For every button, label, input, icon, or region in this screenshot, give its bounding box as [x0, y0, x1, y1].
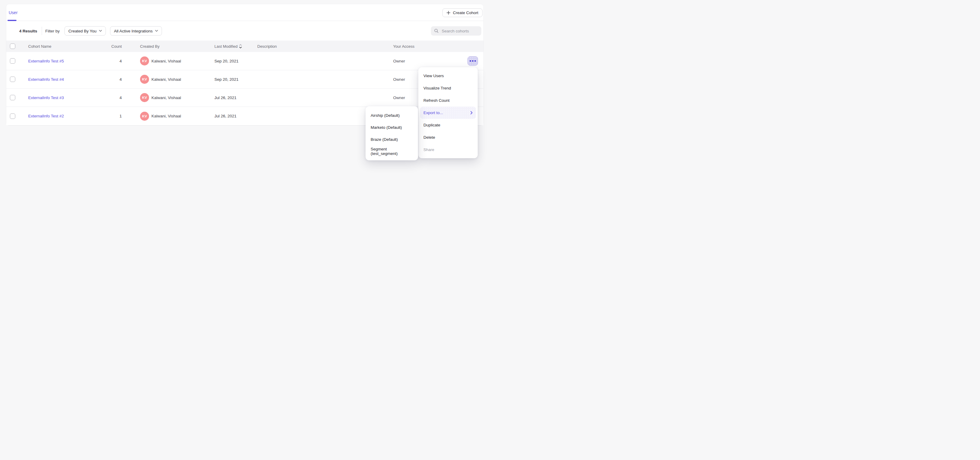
cohort-count: 4: [96, 89, 122, 107]
creator-name: Kalwani, Vishaal: [151, 52, 181, 70]
creator-name: Kalwani, Vishaal: [151, 107, 181, 125]
tab-user[interactable]: User: [6, 4, 20, 21]
cohort-name-link[interactable]: ExternalInfo Test #4: [28, 77, 64, 81]
creator-name: Kalwani, Vishaal: [151, 89, 181, 107]
search-input[interactable]: [441, 28, 478, 34]
creator-name: Kalwani, Vishaal: [151, 70, 181, 88]
submenu-item-segment[interactable]: Segment (test_segment): [366, 145, 418, 157]
column-header-created-by: Created By: [140, 40, 159, 52]
row-actions-button[interactable]: [468, 56, 478, 66]
column-header-description: Description: [257, 40, 277, 52]
row-checkbox[interactable]: [10, 58, 15, 64]
last-modified-date: Sep 20, 2021: [215, 52, 239, 70]
table-header: Cohort Name Count Created By Last Modifi…: [6, 40, 484, 52]
menu-item-view-users[interactable]: View Users: [418, 70, 478, 82]
create-cohort-button[interactable]: Create Cohort: [442, 8, 482, 17]
menu-item-refresh-count[interactable]: Refresh Count: [418, 94, 478, 107]
menu-item-delete[interactable]: Delete: [418, 131, 478, 144]
chevron-down-icon: [99, 30, 102, 32]
table-row[interactable]: ExternalInfo Test #3 4 KV Kalwani, Visha…: [6, 89, 484, 107]
cohort-name-link[interactable]: ExternalInfo Test #5: [28, 59, 64, 63]
row-checkbox[interactable]: [10, 77, 15, 82]
submenu-item-braze[interactable]: Braze (Default): [366, 133, 418, 145]
plus-icon: [447, 11, 450, 15]
filter-by-label: Filter by: [45, 29, 60, 33]
results-count: 4 Results: [19, 29, 37, 33]
access-level: Owner: [393, 70, 405, 88]
column-header-count: Count: [96, 40, 122, 52]
integrations-filter-dropdown[interactable]: All Active Integrations: [110, 26, 162, 35]
last-modified-date: Jul 26, 2021: [215, 89, 237, 107]
avatar: KV: [140, 112, 149, 121]
column-header-cohort-name: Cohort Name: [28, 40, 51, 52]
filter-row: 4 Results Filter by Created By You All A…: [6, 21, 484, 40]
integrations-filter-value: All Active Integrations: [114, 29, 153, 33]
export-submenu: Airship (Default) Marketo (Default) Braz…: [366, 106, 418, 160]
menu-item-share: Share: [418, 144, 478, 156]
cohort-count: 4: [96, 70, 122, 88]
cohort-count: 4: [96, 52, 122, 70]
tab-user-label: User: [9, 10, 18, 15]
row-context-menu: View Users Visualize Trend Refresh Count…: [418, 67, 478, 158]
tabs-row: User Create Cohort: [6, 4, 484, 21]
access-level: Owner: [393, 52, 405, 70]
table-row[interactable]: ExternalInfo Test #4 4 KV Kalwani, Visha…: [6, 70, 484, 89]
select-all-checkbox[interactable]: [10, 43, 15, 49]
cohort-count: 1: [96, 107, 122, 125]
cohort-name-link[interactable]: ExternalInfo Test #3: [28, 96, 64, 100]
column-header-last-modified[interactable]: Last Modified: [215, 40, 242, 52]
menu-item-duplicate[interactable]: Duplicate: [418, 119, 478, 131]
table-row[interactable]: ExternalInfo Test #5 4 KV Kalwani, Visha…: [6, 52, 484, 70]
submenu-item-marketo[interactable]: Marketo (Default): [366, 121, 418, 133]
avatar: KV: [140, 93, 149, 102]
menu-item-visualize-trend[interactable]: Visualize Trend: [418, 82, 478, 94]
cohort-name-link[interactable]: ExternalInfo Test #2: [28, 114, 64, 118]
submenu-item-airship[interactable]: Airship (Default): [366, 109, 418, 121]
last-modified-date: Sep 20, 2021: [215, 70, 239, 88]
create-cohort-label: Create Cohort: [453, 11, 478, 15]
chevron-right-icon: [471, 111, 473, 114]
column-header-your-access: Your Access: [393, 40, 414, 52]
last-modified-date: Jul 26, 2021: [215, 107, 237, 125]
row-checkbox[interactable]: [10, 113, 15, 119]
created-by-filter-dropdown[interactable]: Created By You: [64, 26, 106, 35]
access-level: Owner: [393, 89, 405, 107]
avatar: KV: [140, 56, 149, 65]
chevron-down-icon: [155, 30, 158, 32]
sort-icon: [239, 44, 242, 49]
row-checkbox[interactable]: [10, 95, 15, 100]
avatar: KV: [140, 75, 149, 84]
created-by-filter-value: Created By You: [68, 29, 97, 33]
search-icon: [434, 29, 439, 34]
search-field: [431, 26, 481, 35]
menu-item-export-to[interactable]: Export to...: [420, 107, 476, 119]
